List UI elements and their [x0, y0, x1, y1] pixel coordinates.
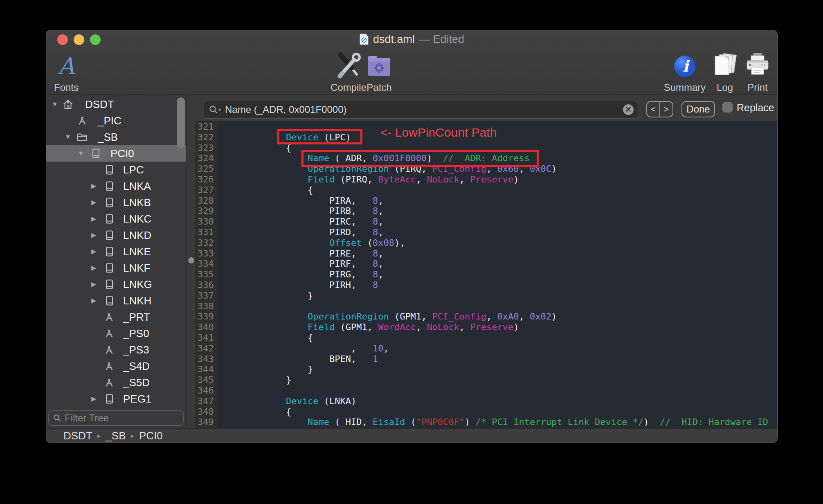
disclosure-closed-icon[interactable]: ▶ [91, 276, 96, 292]
code-line: 348 { [195, 407, 777, 417]
line-number: 335 [195, 269, 218, 280]
breadcrumb-sb[interactable]: _SB [106, 430, 126, 442]
tree-item-LNKH[interactable]: ▶LNKH [46, 292, 186, 309]
replace-checkbox[interactable] [722, 102, 733, 112]
sidebar-scrollbar[interactable] [177, 97, 185, 148]
disclosure-closed-icon[interactable]: ▶ [91, 260, 96, 276]
line-number: 325 [195, 164, 218, 174]
code-line-text: Field (PIRQ, ByteAcc, NoLock, Preserve) [218, 174, 519, 185]
search-input[interactable] [221, 104, 623, 115]
tree-item-_S5D[interactable]: _S5D [46, 374, 186, 391]
code-line: 339 OperationRegion (GPM1, PCI_Config, 0… [195, 311, 777, 322]
tree-item-_PS0[interactable]: _PS0 [46, 325, 186, 342]
clear-search-icon[interactable]: ✕ [623, 104, 634, 115]
tree-item-PCI0[interactable]: ▼PCI0 [46, 145, 186, 162]
breadcrumb-pci0[interactable]: PCI0 [139, 430, 163, 442]
filter-tree-input[interactable] [61, 412, 195, 424]
code-line-text: PIRE, 8, [218, 248, 383, 259]
tree-item-_SB[interactable]: ▼_SB [46, 129, 186, 145]
line-number: 347 [195, 396, 218, 407]
code-line-text [218, 122, 243, 132]
code-line: 340 Field (GPM1, WordAcc, NoLock, Preser… [195, 322, 777, 333]
line-number: 348 [195, 407, 218, 417]
patch-folder-icon [349, 52, 410, 81]
tree-item-label: _PRT [123, 309, 150, 325]
disclosure-closed-icon[interactable]: ▶ [91, 292, 96, 309]
tree-item-label: LNKE [123, 243, 151, 260]
tree-item-_S4D[interactable]: _S4D [46, 358, 186, 374]
line-number: 331 [195, 227, 218, 238]
find-next-button[interactable]: > [660, 102, 672, 117]
line-number: 322 [195, 132, 218, 143]
breadcrumb-separator-icon: ▸ [130, 432, 134, 440]
tree-item-label: LNKC [123, 211, 151, 227]
toolbar-fonts-button[interactable]: A Fonts [46, 52, 97, 94]
line-number: 332 [195, 238, 218, 248]
annotation-box-device-lpc [277, 129, 362, 144]
house-icon [62, 99, 74, 110]
window-chrome: dsdt.aml — Edited A Fonts Compile [46, 30, 777, 95]
disclosure-closed-icon[interactable]: ▶ [91, 391, 96, 407]
tree-item-label: LNKH [123, 292, 151, 309]
tree-item-LNKA[interactable]: ▶LNKA [46, 178, 186, 194]
splitter-handle-dot[interactable] [188, 257, 194, 263]
tree-item-LNKF[interactable]: ▶LNKF [46, 260, 186, 276]
disclosure-closed-icon[interactable]: ▶ [91, 227, 96, 243]
tree-item-_PIC[interactable]: _PIC [46, 112, 186, 129]
patch-label: Patch [349, 82, 410, 93]
pane-splitter[interactable] [187, 95, 196, 429]
tree-item-_PS3[interactable]: _PS3 [46, 342, 186, 358]
tree-item-LNKD[interactable]: ▶LNKD [46, 227, 186, 243]
code-line-text [218, 385, 243, 396]
search-field[interactable]: ▾ ✕ [204, 101, 638, 119]
disclosure-closed-icon[interactable]: ▶ [91, 178, 96, 194]
code-line: 328 PIRA, 8, [195, 196, 777, 206]
line-number: 342 [195, 343, 218, 354]
tree-item-LNKC[interactable]: ▶LNKC [46, 211, 186, 227]
line-number: 339 [195, 311, 218, 322]
line-number: 323 [195, 143, 218, 153]
tree-item-LNKE[interactable]: ▶LNKE [46, 243, 186, 260]
code-line: 341 { [195, 333, 777, 343]
window-title-edited: — Edited [419, 33, 464, 46]
device-icon [90, 148, 101, 159]
tree-item-label: _SB [98, 129, 118, 145]
tree-item-PEG1[interactable]: ▶PEG1 [46, 391, 186, 407]
code-line-text: PIRA, 8, [218, 196, 383, 206]
toolbar-print-button[interactable]: Print [727, 52, 777, 94]
find-bar: ▾ ✕ < > Done Replace [195, 95, 777, 121]
code-line: 335 PIRG, 8, [195, 269, 777, 280]
code-line-text: } [218, 375, 291, 385]
code-line: 349 Name (_HID, EisaId ("PNP0C0F") /* PC… [195, 417, 777, 428]
disclosure-closed-icon[interactable]: ▶ [91, 211, 96, 227]
tree-item-DSDT[interactable]: ▼DSDT [46, 96, 186, 112]
disclosure-closed-icon[interactable]: ▶ [91, 194, 96, 211]
disclosure-open-icon[interactable]: ▼ [52, 96, 58, 112]
tree-item-LNKG[interactable]: ▶LNKG [46, 276, 186, 292]
filter-tree-field[interactable] [48, 410, 184, 426]
line-number: 341 [195, 333, 218, 343]
code-line-text [218, 301, 243, 312]
disclosure-open-icon[interactable]: ▼ [65, 129, 71, 145]
tree-item-LPC[interactable]: LPC [46, 162, 186, 178]
code-line-text: PIRB, 8, [218, 206, 383, 216]
titlebar[interactable]: dsdt.aml — Edited [46, 30, 777, 48]
tree-item-label: _S5D [123, 374, 150, 391]
tree-item-LNKB[interactable]: ▶LNKB [46, 194, 186, 211]
toolbar-patch-button[interactable]: Patch [349, 52, 410, 94]
code-line: 329 PIRB, 8, [195, 206, 777, 216]
sidebar: ▼DSDT_PIC▼_SB▼PCI0LPC▶LNKA▶LNKB▶LNKC▶LNK… [46, 95, 187, 429]
line-number: 329 [195, 206, 218, 216]
code-line: 338 [195, 301, 777, 312]
code-editor[interactable]: 321322 Device (LPC)323 {324 Name (_ADR, … [195, 121, 777, 429]
code-line-text: } [218, 290, 313, 301]
tree-item-label: LNKF [123, 260, 150, 276]
tree-item-_PRT[interactable]: _PRT [46, 309, 186, 325]
breadcrumb-dsdt[interactable]: DSDT [63, 430, 92, 442]
code-line: 327 { [195, 185, 777, 196]
disclosure-open-icon[interactable]: ▼ [78, 145, 84, 162]
search-magnifier-icon[interactable]: ▾ [209, 105, 221, 114]
disclosure-closed-icon[interactable]: ▶ [91, 243, 96, 260]
find-previous-button[interactable]: < [647, 102, 660, 117]
done-button[interactable]: Done [681, 101, 715, 117]
